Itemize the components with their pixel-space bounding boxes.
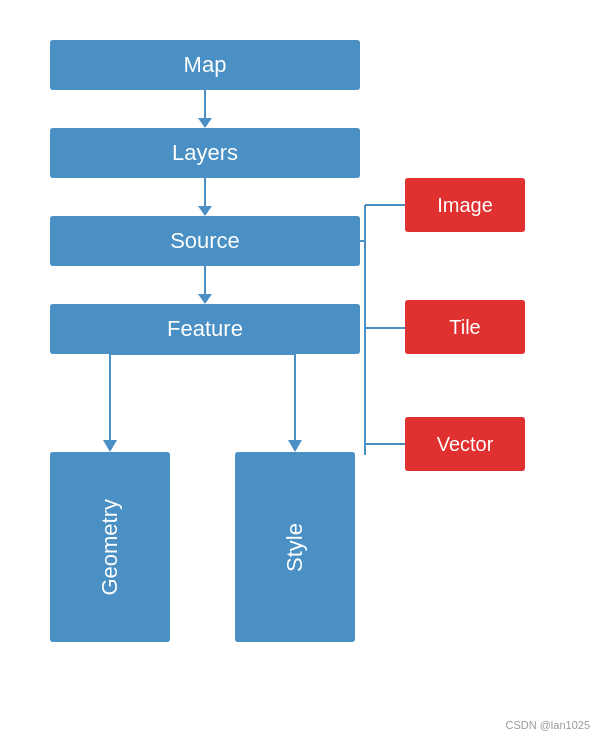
svg-marker-1: [103, 440, 117, 452]
watermark: CSDN @lan1025: [505, 719, 590, 731]
tile-node: Tile: [405, 300, 525, 354]
source-node: Source: [50, 216, 360, 266]
geometry-node: Geometry: [50, 452, 170, 642]
layers-node: Layers: [50, 128, 360, 178]
vector-node: Vector: [405, 417, 525, 471]
arrow-layers-source: [50, 178, 360, 216]
style-node: Style: [235, 452, 355, 642]
svg-marker-3: [288, 440, 302, 452]
arrow-map-layers: [50, 90, 360, 128]
diagram-container: Map Layers Source Feature: [20, 20, 580, 720]
arrow-source-feature: [50, 266, 360, 304]
feature-node: Feature: [50, 304, 360, 354]
map-node: Map: [50, 40, 360, 90]
image-node: Image: [405, 178, 525, 232]
